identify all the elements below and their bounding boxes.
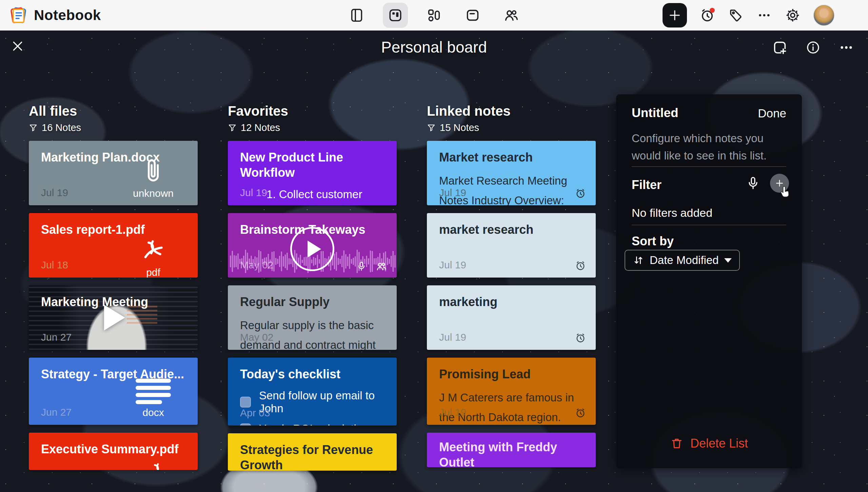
- reminder-clock-icon: [575, 332, 586, 344]
- card-list: Marketing Plan.docx unknown Jul 19 Sales…: [29, 141, 198, 470]
- list-name[interactable]: Untitled: [632, 106, 678, 120]
- docx-icon: [136, 379, 171, 404]
- note-card[interactable]: Meeting with Freddy Outlet: [427, 433, 596, 467]
- note-card[interactable]: Market research Market Research Meeting …: [427, 141, 596, 205]
- note-card[interactable]: marketing Jul 19: [427, 285, 596, 350]
- plus-icon: [668, 8, 682, 22]
- paperclip-icon: [142, 157, 164, 185]
- app-brand: Notebook: [0, 6, 101, 25]
- board-title: Personal board: [0, 38, 868, 56]
- note-card-audio[interactable]: Brainstorm Takeways May 02: [228, 213, 397, 278]
- note-card[interactable]: New Product Line Workflow 1. Collect cus…: [228, 141, 397, 205]
- tag-icon: [728, 8, 743, 23]
- filter-funnel-icon: [427, 124, 436, 132]
- column-title: Favorites: [228, 103, 397, 119]
- panel-description: Configure which notes you would like to …: [632, 130, 786, 164]
- kanban-board-icon: [388, 7, 403, 23]
- notebook-logo-icon: [9, 6, 28, 25]
- tab-board-view[interactable]: [383, 3, 408, 28]
- settings-gear-icon: [785, 7, 801, 23]
- note-card[interactable]: Marketing Plan.docx unknown Jul 19: [29, 141, 198, 205]
- sort-dropdown[interactable]: Date Modified: [625, 250, 740, 271]
- add-note-button[interactable]: [663, 3, 687, 27]
- tab-shared[interactable]: [499, 3, 524, 28]
- column-title: Linked notes: [427, 103, 596, 119]
- note-card[interactable]: Promising Lead J M Caterers are famous i…: [427, 358, 596, 425]
- app-title: Notebook: [34, 7, 101, 23]
- tags-button[interactable]: [728, 7, 744, 23]
- divider: [632, 166, 786, 167]
- hand-cursor: [780, 185, 792, 199]
- sort-by-label: Sort by: [632, 234, 674, 248]
- widgets-icon: [426, 7, 442, 23]
- note-card-icon: [465, 7, 480, 23]
- mic-icon: [746, 176, 761, 191]
- note-card[interactable]: Strategy - Target Audie... docx Jun 27: [29, 358, 198, 425]
- no-filters-text: No filters added: [632, 206, 712, 220]
- column-all-files: All files 16 Notes Marketing Plan.docx u…: [29, 103, 198, 478]
- checkbox[interactable]: [240, 397, 251, 408]
- sort-value: Date Modified: [650, 254, 719, 267]
- note-card-video[interactable]: Marketing Meeting Jun 27: [29, 285, 198, 350]
- tab-widgets[interactable]: [421, 3, 447, 28]
- tab-notes[interactable]: [460, 3, 485, 28]
- column-title: All files: [29, 103, 198, 119]
- board-info-button[interactable]: [805, 39, 821, 56]
- delete-list-button[interactable]: Delete List: [616, 436, 802, 451]
- tab-notebook[interactable]: [344, 3, 369, 28]
- filter-funnel-icon: [228, 124, 237, 132]
- checklist-item: Yearly ROI calculation: [240, 422, 384, 425]
- file-type-label: unknown: [133, 188, 174, 199]
- board-background: Personal board All files: [0, 31, 868, 492]
- note-card[interactable]: market research Jul 19: [427, 213, 596, 278]
- top-bar: Notebook: [0, 0, 868, 31]
- mic-icon: [356, 261, 367, 272]
- add-list-button[interactable]: [772, 39, 788, 56]
- note-card[interactable]: Executive Summary.pdf: [29, 433, 198, 470]
- reminder-clock-icon: [575, 407, 586, 419]
- file-type-label: pdf: [146, 267, 160, 278]
- topbar-actions: [663, 0, 868, 31]
- filter-label: Filter: [632, 178, 662, 192]
- more-options-button[interactable]: [756, 7, 772, 23]
- shared-users-icon: [504, 7, 519, 23]
- add-list-icon: [772, 40, 788, 55]
- more-dots-icon: [757, 8, 771, 22]
- checkbox[interactable]: [240, 423, 251, 425]
- filter-funnel-icon: [29, 124, 38, 132]
- note-card-checklist[interactable]: Today's checklist Send follow up email t…: [228, 358, 397, 425]
- note-card[interactable]: Regular Supply Regular supply is the bas…: [228, 285, 397, 350]
- voice-filter-button[interactable]: [746, 176, 761, 191]
- reminder-clock-icon: [575, 260, 586, 271]
- trash-icon: [670, 437, 684, 450]
- view-tabs: [344, 0, 524, 31]
- notebook-icon: [349, 7, 364, 23]
- delete-list-label: Delete List: [690, 436, 748, 451]
- divider: [632, 225, 786, 225]
- board-header-actions: [772, 39, 854, 56]
- collaborators-icon: [376, 261, 387, 272]
- sort-arrows-icon: [633, 254, 644, 266]
- note-card[interactable]: Sales report-1.pdf pdf Jul 18: [29, 213, 198, 278]
- card-list: Market research Market Research Meeting …: [427, 141, 596, 467]
- done-button[interactable]: Done: [758, 107, 786, 120]
- pdf-icon: [140, 238, 166, 264]
- list-config-panel: Untitled Done Configure which notes you …: [616, 94, 802, 468]
- column-linked-notes: Linked notes 15 Notes Market research Ma…: [427, 103, 596, 475]
- chevron-down-icon: [724, 258, 732, 263]
- column-favorites: Favorites 12 Notes New Product Line Work…: [228, 103, 397, 478]
- reminders-button[interactable]: [699, 7, 715, 23]
- file-type-label: docx: [142, 407, 164, 418]
- user-avatar[interactable]: [813, 4, 835, 26]
- note-card[interactable]: Strategies for Revenue Growth 1. Market …: [228, 433, 397, 471]
- board-more-button[interactable]: [838, 39, 854, 56]
- column-count: 12 Notes: [228, 122, 397, 133]
- more-dots-icon: [839, 40, 854, 55]
- info-icon: [805, 40, 821, 55]
- pdf-icon: [148, 461, 169, 470]
- notification-dot: [710, 8, 715, 13]
- reminder-clock-icon: [575, 188, 586, 199]
- settings-button[interactable]: [785, 7, 801, 23]
- column-count: 16 Notes: [29, 122, 198, 133]
- column-count: 15 Notes: [427, 122, 596, 133]
